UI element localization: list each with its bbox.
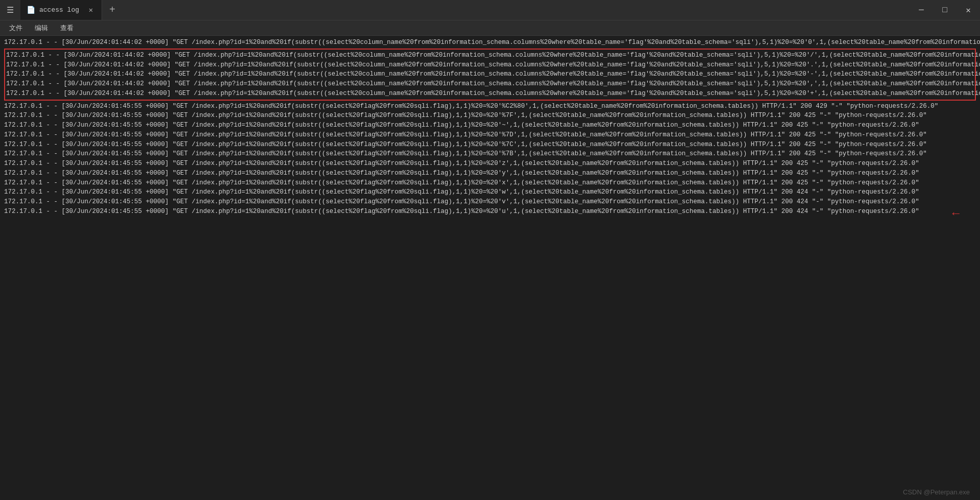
log-line: 172.17.0.1 - - [30/Jun/2024:01:45:55 +00… [4, 149, 976, 159]
log-line: 172.17.0.1 - - [30/Jun/2024:01:44:02 +00… [4, 38, 976, 47]
active-tab[interactable]: 📄 access log ✕ [20, 0, 102, 20]
log-line: 172.17.0.1 - - [30/Jun/2024:01:44:02 +00… [5, 89, 975, 99]
log-line: 172.17.0.1 - - [30/Jun/2024:01:45:55 +00… [4, 140, 976, 150]
log-line: 172.17.0.1 - - [30/Jun/2024:01:45:55 +00… [4, 121, 976, 130]
file-icon: 📄 [27, 6, 35, 14]
highlighted-block: 172.17.0.1 - - [30/Jun/2024:01:44:02 +00… [4, 49, 976, 101]
menubar: 文件 编辑 查看 [0, 20, 980, 36]
menu-file[interactable]: 文件 [4, 21, 28, 35]
menu-edit[interactable]: 编辑 [30, 21, 53, 35]
minimize-button[interactable]: ─ [910, 0, 933, 20]
hamburger-icon: ☰ [7, 5, 14, 15]
log-line: 172.17.0.1 - - [30/Jun/2024:01:44:02 +00… [5, 79, 975, 89]
tab-bar: 📄 access log ✕ + [20, 0, 465, 20]
log-container[interactable]: 172.17.0.1 - - [30/Jun/2024:01:44:02 +00… [0, 36, 980, 500]
content-area: 172.17.0.1 - - [30/Jun/2024:01:44:02 +00… [0, 36, 980, 500]
log-line: 172.17.0.1 - - [30/Jun/2024:01:45:55 +00… [4, 111, 976, 121]
log-line: 172.17.0.1 - - [30/Jun/2024:01:45:55 +00… [4, 187, 976, 197]
menu-icon[interactable]: ☰ [0, 0, 20, 20]
menu-view[interactable]: 查看 [55, 21, 79, 35]
titlebar-controls: ─ □ ✕ [910, 0, 980, 20]
log-line: 172.17.0.1 - - [30/Jun/2024:01:45:55 +00… [4, 197, 976, 207]
log-line: 172.17.0.1 - - [30/Jun/2024:01:45:55 +00… [4, 102, 976, 111]
tab-label: access log [39, 6, 79, 14]
log-line: 172.17.0.1 - - [30/Jun/2024:01:44:02 +00… [5, 69, 975, 79]
log-line: 172.17.0.1 - - [30/Jun/2024:01:45:55 +00… [4, 178, 976, 188]
log-line: 172.17.0.1 - - [30/Jun/2024:01:44:02 +00… [5, 60, 975, 70]
log-line: 172.17.0.1 - - [30/Jun/2024:01:45:55 +00… [4, 207, 976, 217]
tab-close-button[interactable]: ✕ [86, 6, 95, 15]
log-line: 172.17.0.1 - - [30/Jun/2024:01:45:55 +00… [4, 159, 976, 169]
new-tab-button[interactable]: + [104, 2, 120, 18]
watermark: CSDN @Peterpan.exe [903, 488, 970, 496]
titlebar: ☰ 📄 access log ✕ + ─ □ ✕ [0, 0, 980, 20]
close-button[interactable]: ✕ [957, 0, 980, 20]
log-line: 172.17.0.1 - - [30/Jun/2024:01:44:02 +00… [5, 51, 975, 60]
arrow-indicator: ← [952, 207, 960, 221]
log-line: 172.17.0.1 - - [30/Jun/2024:01:45:55 +00… [4, 169, 976, 178]
log-line: 172.17.0.1 - - [30/Jun/2024:01:45:55 +00… [4, 130, 976, 140]
maximize-button[interactable]: □ [933, 0, 957, 20]
